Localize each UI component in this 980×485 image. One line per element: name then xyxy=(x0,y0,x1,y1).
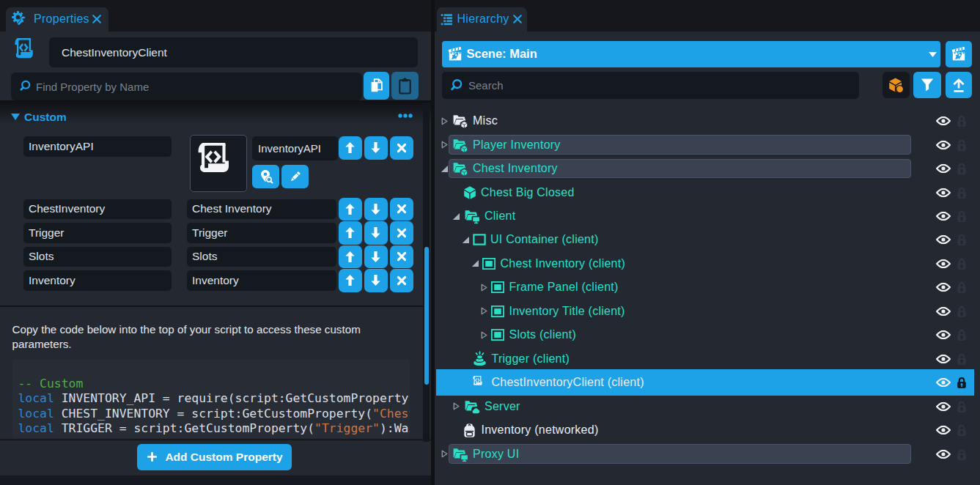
hierarchy-search-input[interactable]: Search xyxy=(442,72,859,99)
lock-icon[interactable] xyxy=(957,352,967,365)
close-icon[interactable] xyxy=(512,14,523,24)
lock-icon[interactable] xyxy=(957,400,967,412)
expand-arrow-collapsed-icon[interactable] xyxy=(441,117,449,125)
tree-row[interactable]: Frame Panel (client) xyxy=(435,275,980,299)
tab-properties[interactable]: Properties xyxy=(6,7,108,32)
scrollbar-thumb[interactable] xyxy=(424,247,430,385)
delete-property-button[interactable] xyxy=(390,136,413,160)
copy-properties-button[interactable] xyxy=(364,72,389,100)
visibility-eye-icon[interactable] xyxy=(936,306,951,316)
visibility-eye-icon[interactable] xyxy=(936,140,951,149)
lock-icon[interactable] xyxy=(957,281,967,294)
property-label-input[interactable]: ChestInventory xyxy=(23,199,172,220)
tree-row[interactable]: Server xyxy=(435,394,980,418)
lock-icon[interactable] xyxy=(957,448,967,460)
collapse-triangle-icon[interactable] xyxy=(11,114,20,120)
move-down-button[interactable] xyxy=(364,269,388,292)
visibility-eye-icon[interactable] xyxy=(936,378,951,388)
tree-row[interactable]: Inventory (networked) xyxy=(435,418,980,442)
move-down-button[interactable] xyxy=(364,136,388,160)
property-value-input[interactable]: InventoryAPI xyxy=(252,136,338,160)
find-asset-button[interactable] xyxy=(252,165,279,188)
edit-asset-button[interactable] xyxy=(281,165,309,188)
move-down-button[interactable] xyxy=(364,198,388,221)
expand-arrow-collapsed-icon[interactable] xyxy=(441,141,449,149)
lock-icon[interactable] xyxy=(957,186,967,199)
visibility-eye-icon[interactable] xyxy=(936,188,951,197)
expand-arrow-collapsed-icon[interactable] xyxy=(480,307,488,315)
asset-thumbnail[interactable] xyxy=(190,135,247,192)
property-value-input[interactable]: Inventory xyxy=(187,270,336,291)
scene-selector[interactable]: Scene: Main xyxy=(442,41,940,68)
lock-icon[interactable] xyxy=(957,424,967,437)
object-name-input[interactable]: ChestInventoryClient xyxy=(49,37,418,67)
property-value-input[interactable]: Chest Inventory xyxy=(187,199,336,220)
custom-section-header[interactable]: Custom xyxy=(0,100,431,125)
delete-property-button[interactable] xyxy=(390,198,413,221)
expand-arrow-expanded-icon[interactable] xyxy=(471,259,479,267)
property-value-input[interactable]: Trigger xyxy=(187,223,336,243)
delete-property-button[interactable] xyxy=(390,245,413,269)
visibility-eye-icon[interactable] xyxy=(936,212,951,221)
expand-arrow-collapsed-icon[interactable] xyxy=(441,450,449,458)
move-up-button[interactable] xyxy=(339,269,362,292)
property-value-input[interactable]: Slots xyxy=(187,247,336,267)
property-label-input[interactable]: Inventory xyxy=(23,270,172,291)
expand-arrow-collapsed-icon[interactable] xyxy=(480,284,488,292)
lock-icon[interactable] xyxy=(957,329,967,341)
delete-property-button[interactable] xyxy=(390,221,413,245)
property-search-input[interactable]: Find Property by Name xyxy=(11,73,362,100)
tab-hierarchy[interactable]: Hierarchy xyxy=(437,7,527,32)
visibility-eye-icon[interactable] xyxy=(936,235,951,245)
tree-row[interactable]: Misc xyxy=(435,109,980,133)
lock-icon[interactable] xyxy=(957,138,967,151)
visibility-eye-icon[interactable] xyxy=(936,259,951,268)
move-up-button[interactable] xyxy=(339,245,362,269)
tree-row[interactable]: Client xyxy=(435,204,980,228)
lock-icon[interactable] xyxy=(957,257,967,270)
expand-arrow-collapsed-icon[interactable] xyxy=(452,402,460,410)
lock-icon[interactable] xyxy=(957,210,967,223)
lock-icon[interactable] xyxy=(957,305,967,317)
lock-icon[interactable] xyxy=(957,115,967,127)
tree-row-selected[interactable]: ChestInventoryClient (client) xyxy=(435,371,980,394)
visibility-eye-icon[interactable] xyxy=(936,164,951,174)
visibility-eye-icon[interactable] xyxy=(936,426,951,435)
lock-locked-icon[interactable] xyxy=(957,377,967,389)
tree-row[interactable]: Trigger (client) xyxy=(435,347,980,371)
visibility-eye-icon[interactable] xyxy=(936,401,951,411)
tree-row[interactable]: UI Container (client) xyxy=(435,228,980,251)
tree-row[interactable]: Slots (client) xyxy=(435,323,980,347)
tree-row[interactable]: Chest Inventory xyxy=(435,157,980,180)
move-up-button[interactable] xyxy=(339,198,362,221)
networked-objects-button[interactable] xyxy=(883,72,910,98)
tree-row[interactable]: Chest Inventory (client) xyxy=(435,252,980,275)
collapse-all-button[interactable] xyxy=(946,72,972,98)
section-menu-icon[interactable] xyxy=(398,111,413,120)
lock-icon[interactable] xyxy=(957,234,967,246)
lock-icon[interactable] xyxy=(957,163,967,175)
add-custom-property-button[interactable]: Add Custom Property xyxy=(137,444,292,470)
expand-arrow-expanded-icon[interactable] xyxy=(462,236,470,244)
property-label-input[interactable]: Trigger xyxy=(23,223,172,243)
move-up-button[interactable] xyxy=(339,221,362,245)
paste-properties-button[interactable] xyxy=(391,72,419,100)
visibility-eye-icon[interactable] xyxy=(936,330,951,340)
expand-arrow-collapsed-icon[interactable] xyxy=(480,331,488,339)
filter-button[interactable] xyxy=(913,72,941,98)
tree-row[interactable]: Proxy UI xyxy=(435,442,980,465)
tree-row[interactable]: Chest Big Closed xyxy=(435,180,980,204)
expand-arrow-expanded-icon[interactable] xyxy=(441,165,449,173)
move-down-button[interactable] xyxy=(364,245,388,269)
visibility-eye-icon[interactable] xyxy=(936,116,951,126)
move-up-button[interactable] xyxy=(339,136,362,160)
tree-row[interactable]: Inventory Title (client) xyxy=(435,300,980,323)
move-down-button[interactable] xyxy=(364,221,388,245)
property-label-input[interactable]: InventoryAPI xyxy=(23,136,172,157)
close-icon[interactable] xyxy=(92,14,102,24)
tree-row[interactable]: Player Inventory xyxy=(435,133,980,156)
visibility-eye-icon[interactable] xyxy=(936,354,951,363)
visibility-eye-icon[interactable] xyxy=(936,449,951,459)
scene-manager-button[interactable] xyxy=(946,41,972,68)
delete-property-button[interactable] xyxy=(390,269,413,292)
